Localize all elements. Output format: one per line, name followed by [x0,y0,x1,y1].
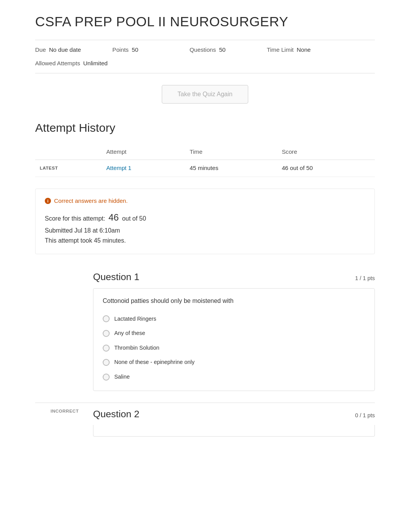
answer-option-1-2: Any of these [103,329,365,338]
radio-circle[interactable] [103,374,110,381]
answer-text: None of these - epinephrine only [114,358,195,367]
question-2-header: Question 2 0 / 1 pts [35,403,375,425]
attempt-time: 45 minutes [185,160,277,177]
time-line: This attempt took 45 minutes. [45,236,365,245]
question-2-pts: 0 / 1 pts [355,411,375,420]
radio-circle[interactable] [103,359,110,366]
answer-options-1: Lactated Ringers Any of these Thrombin S… [103,315,365,381]
answer-option-1-1: Lactated Ringers [103,315,365,323]
score-line: Score for this attempt: 46 out of 50 [45,211,365,224]
time-limit-label: Time Limit [267,46,293,54]
correct-answers-text: Correct answers are hidden. [54,197,128,206]
page-title: CSFA PREP POOL II NEUROSURGERY [35,12,375,32]
score-number: 46 [108,212,119,223]
due-label: Due [35,46,46,54]
col-score-header: Score [277,144,375,160]
result-info-box: i Correct answers are hidden. Score for … [35,189,375,255]
points-label: Points [112,46,129,54]
take-quiz-button[interactable]: Take the Quiz Again [162,85,248,104]
questions-value: 50 [219,46,225,54]
table-row: LATEST Attempt 1 45 minutes 46 out of 50 [35,160,375,177]
attempt-link-cell[interactable]: Attempt 1 [102,160,185,177]
attempt-history-title: Attempt History [35,119,375,137]
questions-label: Questions [190,46,216,54]
take-quiz-container: Take the Quiz Again [35,85,375,104]
question-1-header: Question 1 1 / 1 pts [35,266,375,288]
score-suffix: out of 50 [122,215,146,222]
answer-text: Saline [114,373,130,381]
question-1-pts: 1 / 1 pts [355,274,375,283]
time-limit-value: None [296,46,310,54]
col-latest-empty [35,144,102,160]
question-2-block: Incorrect Question 2 0 / 1 pts [35,403,375,437]
allowed-attempts-value: Unlimited [83,59,108,68]
answer-text: Thrombin Solution [114,344,159,352]
attempt-link[interactable]: Attempt 1 [106,165,131,171]
answer-option-1-4: None of these - epinephrine only [103,358,365,367]
question-1-block: Question 1 1 / 1 pts Cottonoid patties s… [35,266,375,391]
due-value: No due date [49,46,81,54]
answer-text: Lactated Ringers [114,315,156,323]
attempt-table: Attempt Time Score LATEST Attempt 1 45 m… [35,144,375,177]
question-2-body [93,425,375,437]
allowed-attempts-label: Allowed Attempts [35,59,80,68]
points-value: 50 [132,46,138,54]
attempt-score: 46 out of 50 [277,160,375,177]
quiz-meta: Due No due date Points 50 Questions 50 T… [35,40,375,74]
question-1-title: Question 1 [93,270,139,284]
incorrect-label: Incorrect [51,408,79,415]
info-icon: i [45,198,51,204]
radio-circle[interactable] [103,345,110,352]
answer-text: Any of these [114,329,145,338]
latest-label: LATEST [35,160,102,177]
score-prefix: Score for this attempt: [45,215,105,222]
radio-circle[interactable] [103,315,110,322]
question-1-text: Cottonoid patties should only be moisten… [103,296,365,306]
question-1-body: Cottonoid patties should only be moisten… [93,288,375,391]
col-attempt-header: Attempt [102,144,185,160]
answer-option-1-3: Thrombin Solution [103,344,365,352]
question-2-title: Question 2 [93,407,139,421]
radio-circle[interactable] [103,330,110,337]
col-time-header: Time [185,144,277,160]
correct-answers-notice: i Correct answers are hidden. [45,197,365,206]
submitted-line: Submitted Jul 18 at 6:10am [45,226,365,235]
answer-option-1-5: Saline [103,373,365,381]
